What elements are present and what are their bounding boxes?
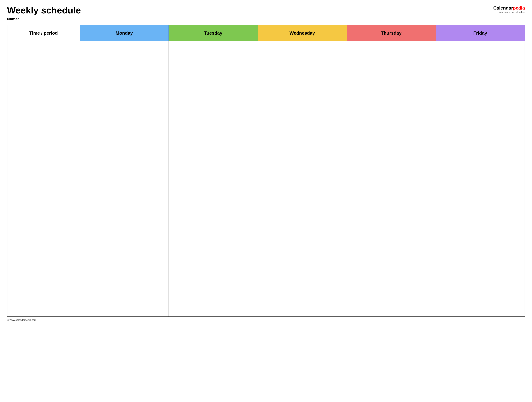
- schedule-cell[interactable]: [347, 41, 436, 64]
- table-row: [7, 225, 525, 248]
- schedule-cell[interactable]: [169, 87, 258, 110]
- schedule-body: [7, 41, 525, 317]
- schedule-cell[interactable]: [258, 41, 347, 64]
- col-header-wednesday: Wednesday: [258, 25, 347, 41]
- page-header: Weekly schedule Name: Calendarpedia Your…: [7, 5, 525, 21]
- schedule-cell[interactable]: [80, 64, 169, 87]
- schedule-cell[interactable]: [80, 87, 169, 110]
- schedule-cell[interactable]: [80, 133, 169, 156]
- table-row: [7, 41, 525, 64]
- schedule-cell[interactable]: [347, 64, 436, 87]
- schedule-cell[interactable]: [347, 110, 436, 133]
- schedule-cell[interactable]: [169, 156, 258, 179]
- schedule-cell[interactable]: [80, 202, 169, 225]
- schedule-cell[interactable]: [169, 64, 258, 87]
- schedule-cell[interactable]: [436, 41, 525, 64]
- footer: © www.calendarpedia.com: [7, 319, 525, 321]
- schedule-cell[interactable]: [258, 271, 347, 294]
- schedule-cell[interactable]: [436, 64, 525, 87]
- schedule-cell[interactable]: [80, 110, 169, 133]
- time-cell[interactable]: [7, 202, 80, 225]
- copyright-text: © www.calendarpedia.com: [7, 319, 36, 321]
- col-header-thursday: Thursday: [347, 25, 436, 41]
- schedule-cell[interactable]: [258, 110, 347, 133]
- schedule-cell[interactable]: [436, 294, 525, 317]
- header-row: Time / period Monday Tuesday Wednesday T…: [7, 25, 525, 41]
- schedule-cell[interactable]: [258, 248, 347, 271]
- schedule-cell[interactable]: [258, 202, 347, 225]
- logo-tagline: Your source for calendars: [499, 11, 525, 13]
- col-header-monday: Monday: [80, 25, 169, 41]
- table-row: [7, 271, 525, 294]
- time-cell[interactable]: [7, 133, 80, 156]
- schedule-cell[interactable]: [347, 87, 436, 110]
- time-cell[interactable]: [7, 271, 80, 294]
- table-row: [7, 110, 525, 133]
- schedule-cell[interactable]: [169, 271, 258, 294]
- schedule-cell[interactable]: [436, 110, 525, 133]
- schedule-cell[interactable]: [347, 133, 436, 156]
- table-row: [7, 179, 525, 202]
- schedule-cell[interactable]: [80, 225, 169, 248]
- schedule-cell[interactable]: [169, 41, 258, 64]
- schedule-cell[interactable]: [169, 133, 258, 156]
- schedule-cell[interactable]: [347, 271, 436, 294]
- table-row: [7, 248, 525, 271]
- time-cell[interactable]: [7, 179, 80, 202]
- schedule-cell[interactable]: [436, 179, 525, 202]
- table-row: [7, 294, 525, 317]
- table-row: [7, 202, 525, 225]
- table-row: [7, 133, 525, 156]
- time-cell[interactable]: [7, 41, 80, 64]
- schedule-cell[interactable]: [169, 179, 258, 202]
- schedule-cell[interactable]: [258, 225, 347, 248]
- schedule-cell[interactable]: [347, 225, 436, 248]
- logo-pedia: pedia: [513, 5, 525, 11]
- schedule-cell[interactable]: [436, 87, 525, 110]
- schedule-cell[interactable]: [169, 110, 258, 133]
- schedule-cell[interactable]: [80, 156, 169, 179]
- schedule-cell[interactable]: [436, 271, 525, 294]
- schedule-cell[interactable]: [80, 248, 169, 271]
- schedule-cell[interactable]: [436, 156, 525, 179]
- schedule-cell[interactable]: [258, 294, 347, 317]
- time-cell[interactable]: [7, 248, 80, 271]
- logo-text: Calendarpedia: [493, 5, 525, 11]
- schedule-cell[interactable]: [347, 294, 436, 317]
- time-cell[interactable]: [7, 64, 80, 87]
- schedule-cell[interactable]: [169, 202, 258, 225]
- table-row: [7, 64, 525, 87]
- schedule-cell[interactable]: [80, 271, 169, 294]
- schedule-cell[interactable]: [436, 133, 525, 156]
- schedule-cell[interactable]: [258, 133, 347, 156]
- schedule-cell[interactable]: [436, 248, 525, 271]
- time-cell[interactable]: [7, 225, 80, 248]
- schedule-cell[interactable]: [258, 87, 347, 110]
- schedule-cell[interactable]: [80, 41, 169, 64]
- time-cell[interactable]: [7, 294, 80, 317]
- schedule-cell[interactable]: [80, 294, 169, 317]
- schedule-cell[interactable]: [258, 156, 347, 179]
- schedule-cell[interactable]: [436, 202, 525, 225]
- col-header-time: Time / period: [7, 25, 80, 41]
- time-cell[interactable]: [7, 87, 80, 110]
- schedule-cell[interactable]: [169, 225, 258, 248]
- time-cell[interactable]: [7, 156, 80, 179]
- schedule-cell[interactable]: [169, 294, 258, 317]
- schedule-cell[interactable]: [258, 179, 347, 202]
- logo-calendar: Calendar: [493, 5, 513, 11]
- schedule-cell[interactable]: [347, 202, 436, 225]
- schedule-cell[interactable]: [347, 179, 436, 202]
- schedule-cell[interactable]: [347, 248, 436, 271]
- time-cell[interactable]: [7, 110, 80, 133]
- schedule-cell[interactable]: [169, 248, 258, 271]
- col-header-friday: Friday: [436, 25, 525, 41]
- logo-section: Calendarpedia Your source for calendars: [493, 5, 525, 13]
- schedule-cell[interactable]: [80, 179, 169, 202]
- page-title: Weekly schedule: [7, 5, 81, 15]
- schedule-cell[interactable]: [436, 225, 525, 248]
- col-header-tuesday: Tuesday: [169, 25, 258, 41]
- schedule-cell[interactable]: [347, 156, 436, 179]
- table-row: [7, 156, 525, 179]
- schedule-cell[interactable]: [258, 64, 347, 87]
